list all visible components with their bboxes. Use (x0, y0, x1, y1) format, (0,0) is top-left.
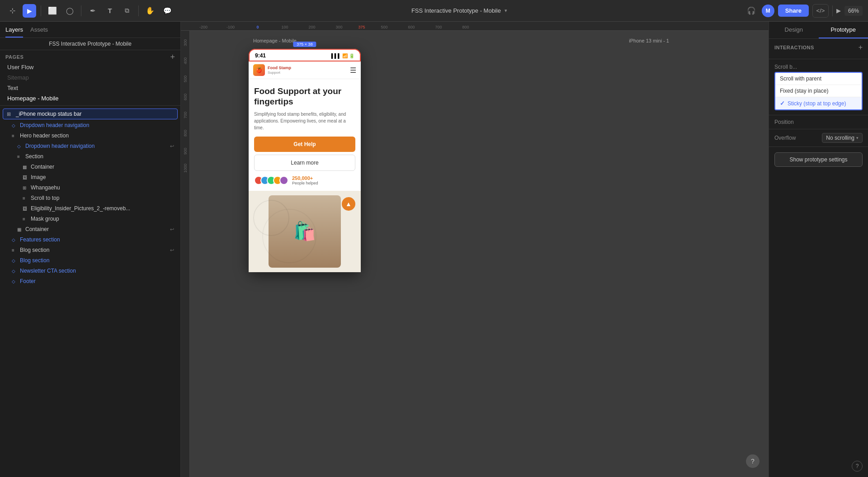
tab-layers[interactable]: Layers (5, 22, 23, 38)
layer-item[interactable]: ⊞ _iPhone mockup status bar (3, 109, 178, 119)
play-btn[interactable]: ▶ (836, 7, 841, 14)
layer-name: Mask group (31, 216, 174, 222)
diamond5-icon: ◇ (12, 269, 18, 274)
tool-comment[interactable]: 💬 (160, 4, 174, 18)
layer-item[interactable]: ⊞ Whangaehu (3, 183, 178, 193)
tool-pen[interactable]: ✒ (86, 4, 99, 18)
avatar-5 (279, 176, 288, 185)
layer-name: Footer (20, 278, 174, 284)
tool-text[interactable]: T (103, 4, 117, 18)
brand-name: Food Stamp (268, 66, 291, 71)
scroll-option-fixed[interactable]: Fixed (stay in place) (775, 85, 862, 97)
tool-shape[interactable]: ◯ (63, 4, 76, 18)
layer-item[interactable]: ≡ Scroll to top (3, 193, 178, 203)
cta-secondary-button[interactable]: Learn more (254, 155, 355, 171)
layer-list: ⊞ _iPhone mockup status bar ◇ Dropdown h… (0, 106, 180, 477)
page-item-sitemap[interactable]: Sitemap (0, 72, 180, 83)
tool-frame[interactable]: ⬜ (46, 4, 59, 18)
separator-4 (832, 5, 833, 16)
scroll-dropdown[interactable]: Scroll with parent Fixed (stay in place)… (774, 72, 863, 110)
hero-title: Food Support at your fingertips (254, 86, 355, 107)
overflow-value: No scrolling (826, 135, 854, 141)
page-item-homepage[interactable]: Homepage - Mobile (0, 93, 180, 104)
scroll-option-sticky[interactable]: ✓ Sticky (stop at top edge) (775, 97, 862, 109)
layer-name: Newsletter CTA section (20, 268, 174, 274)
diamond3-icon: ◇ (12, 237, 18, 242)
ruler-top: -200 -100 0 100 200 300 375 500 600 700 … (181, 22, 769, 31)
image-section: 🛍️ ▲ (249, 191, 361, 272)
layer-item[interactable]: ◇ Dropdown header navigation ↩ (3, 141, 178, 151)
social-label: People helped (292, 181, 318, 185)
hamburger-menu[interactable]: ☰ (350, 66, 356, 75)
diamond-icon: ◇ (12, 123, 18, 128)
scroll-option-parent[interactable]: Scroll with parent (775, 73, 862, 85)
tab-assets[interactable]: Assets (30, 22, 48, 38)
status-icons: ▌▌▌ 📶 🔋 (331, 53, 354, 58)
tool-move[interactable]: ▶ (23, 4, 36, 18)
layer-item[interactable]: ◇ Footer (3, 276, 178, 286)
layer-item[interactable]: ≡ Mask group (3, 214, 178, 224)
layer-item[interactable]: ≡ Section (3, 151, 178, 161)
layer-item[interactable]: ≡ Hero header section (3, 131, 178, 141)
layer-item[interactable]: 🖼 Eligibility_Insider_Pictures_2_-remove… (3, 203, 178, 213)
layer-name: Hero header section (20, 132, 174, 139)
size-badge: 375 × 38 (293, 42, 316, 47)
equals-icon-2: ≡ (17, 154, 24, 159)
layer-name: Blog section (20, 257, 174, 264)
layer-item[interactable]: ◇ Features section (3, 235, 178, 245)
layer-name: Eligibility_Insider_Pictures_2_-removeb.… (31, 205, 174, 212)
help-icon[interactable]: ? (746, 454, 760, 468)
container2-icon: ▦ (17, 227, 24, 232)
page-item-text[interactable]: Text (0, 83, 180, 93)
page-item-userflow[interactable]: User Flow (0, 62, 180, 72)
separator-1 (41, 5, 41, 16)
device-name-label: iPhone 13 mini - 1 (629, 38, 669, 43)
add-page-button[interactable]: + (170, 53, 175, 61)
panel-help-icon[interactable]: ? (852, 461, 863, 472)
layer-item[interactable]: ◇ Blog section (3, 255, 178, 265)
diamond-icon-2: ◇ (17, 144, 24, 149)
show-prototype-settings-button[interactable]: Show prototype settings (774, 152, 863, 167)
add-interaction-button[interactable]: + (859, 43, 863, 52)
layer-name: Dropdown header navigation (20, 122, 174, 128)
scroll-top-button[interactable]: ▲ (342, 197, 355, 211)
phone-nav: 🍎 Food Stamp Support ☰ (249, 61, 361, 79)
tab-design[interactable]: Design (769, 22, 819, 38)
overflow-chevron-icon: ▾ (856, 136, 859, 140)
diamond4-icon: ◇ (12, 258, 18, 263)
cta-primary-button[interactable]: Get Help (254, 137, 355, 152)
position-label: Position (774, 119, 794, 125)
frame-name-label: Homepage - Mobile (253, 38, 297, 43)
layer-item[interactable]: ▦ Container (3, 162, 178, 172)
ruler-left: 300 400 500 600 700 800 900 1000 (181, 31, 190, 477)
share-button[interactable]: Share (778, 5, 809, 17)
overflow-dropdown[interactable]: No scrolling ▾ (822, 133, 863, 143)
scroll-icon: ≡ (23, 196, 29, 201)
layer-item[interactable]: ≡ Blog section ↩ (3, 245, 178, 255)
layer-item[interactable]: ▦ Container ↩ (3, 224, 178, 234)
layer-name: Image (31, 174, 174, 180)
plus-icon: ⊞ (23, 185, 29, 190)
layer-name: Features section (20, 236, 174, 243)
layer-item[interactable]: ◇ Newsletter CTA section (3, 266, 178, 276)
code-icon[interactable]: </> (812, 4, 829, 18)
mask-icon: ≡ (23, 217, 29, 222)
tab-prototype[interactable]: Prototype (819, 22, 868, 38)
tool-select[interactable]: ⊹ (5, 4, 19, 18)
headphone-icon[interactable]: 🎧 (745, 4, 758, 18)
checkmark-icon: ✓ (780, 100, 785, 107)
separator-3 (138, 5, 139, 16)
social-number: 250,000+ (292, 175, 318, 181)
tool-components[interactable]: ⧉ (120, 4, 134, 18)
layer-item[interactable]: 🖼 Image (3, 172, 178, 182)
diamond6-icon: ◇ (12, 279, 18, 284)
return-icon: ↩ (170, 143, 174, 149)
scroll-option-parent-label: Scroll with parent (780, 76, 821, 82)
hero-section: Food Support at your fingertips Simplify… (249, 79, 361, 191)
scroll-option-fixed-label: Fixed (stay in place) (780, 88, 828, 94)
zoom-control[interactable]: 66% (844, 6, 863, 16)
chevron-down-icon[interactable]: ▾ (505, 8, 507, 14)
return2-icon: ↩ (170, 227, 174, 232)
layer-item[interactable]: ◇ Dropdown header navigation (3, 120, 178, 130)
tool-hand[interactable]: ✋ (143, 4, 157, 18)
